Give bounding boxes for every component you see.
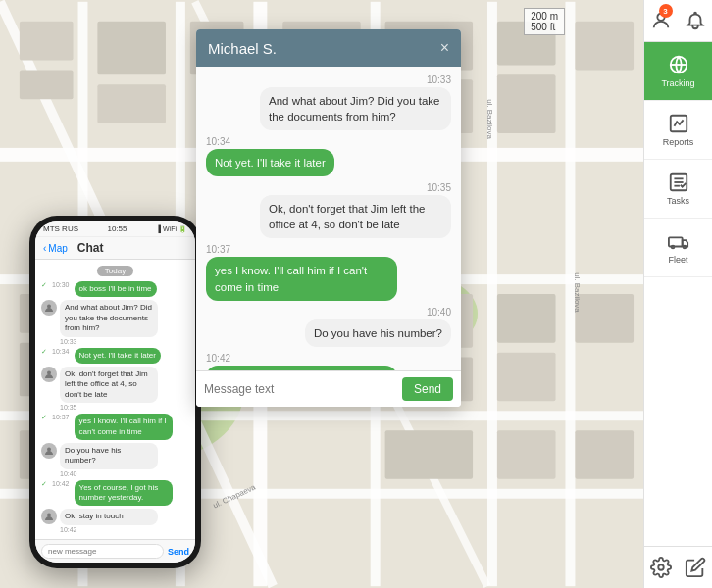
phone-message-bubble: Ok, don't forget that Jim left the offic…	[60, 367, 158, 403]
message-row: 10:34 Not yet. I'll take it later	[206, 136, 451, 176]
status-icons: ▐ WiFi 🔋	[156, 225, 187, 233]
svg-text:ul. Bazilova: ul. Bazilova	[485, 99, 494, 139]
svg-point-46	[47, 370, 51, 374]
svg-rect-18	[97, 84, 166, 123]
sidebar-item-tracking[interactable]: Tracking	[644, 42, 712, 101]
ph-time: 10:42	[60, 526, 189, 533]
sidebar-nav: Tracking Reports Tasks	[644, 42, 712, 546]
phone-container: MTS RUS 10:55 ▐ WiFi 🔋 ‹ Map Chat	[29, 216, 201, 568]
message-row: 10:37 yes I know. I'll call him if I can…	[206, 244, 451, 300]
phone-message-bubble: Not yet. I'll take it later	[75, 348, 161, 364]
phone-send-button[interactable]: Send	[168, 547, 189, 557]
ph-time: 10:30	[52, 281, 70, 288]
map-scale: 200 m 500 ft	[524, 8, 565, 35]
phone-status-bar: MTS RUS 10:55 ▐ WiFi 🔋	[35, 221, 195, 237]
message-bubble: And what about Jim? Did you take the doc…	[260, 87, 451, 130]
phone-messages: Today ✓ 10:30 ok boss I'll be in time A	[35, 260, 195, 539]
ph-time: 10:42	[52, 480, 70, 487]
sidebar-item-label: Tasks	[667, 196, 689, 206]
check-icon: ✓	[41, 348, 47, 356]
check-icon: ✓	[41, 480, 47, 488]
globe-icon	[668, 54, 689, 75]
phone-message-input[interactable]	[41, 544, 164, 559]
phone-message-bubble: Yes of course, I got his number yesterda…	[75, 480, 173, 507]
message-time: 10:35	[206, 182, 451, 193]
svg-point-47	[47, 447, 51, 451]
phone-screen: MTS RUS 10:55 ▐ WiFi 🔋 ‹ Map Chat	[35, 221, 195, 563]
ph-msg-content: Do you have his number? 10:40	[60, 443, 189, 477]
chat-input[interactable]	[204, 382, 402, 396]
chat-send-button[interactable]: Send	[402, 377, 453, 401]
bubble-wrap: yes I know. I'll call him if I can't com…	[206, 257, 451, 300]
back-chevron-icon: ‹	[43, 243, 46, 254]
avatar	[41, 509, 57, 524]
ph-msg-content: Ok, don't forget that Jim left the offic…	[60, 367, 189, 411]
phone-message-row: Ok, stay in touch 10:42	[41, 509, 189, 532]
check-icon: ✓	[41, 281, 47, 289]
svg-rect-25	[497, 74, 556, 133]
avatar	[41, 443, 57, 459]
phone-message-bubble: yes I know. I'll call him if I can't com…	[75, 414, 173, 440]
signal-icon: ▐	[156, 225, 161, 232]
message-bubble: Not yet. I'll take it later	[206, 149, 334, 176]
phone-message-row: And what about Jim? Did you take the doc…	[41, 300, 189, 344]
svg-rect-57	[668, 237, 682, 246]
message-bubble: Do you have his number?	[305, 319, 451, 347]
tasks-icon	[668, 172, 689, 193]
message-time: 10:33	[206, 74, 451, 85]
message-bubble: Ok, don't forget that Jim left the offic…	[260, 195, 451, 238]
message-time: 10:42	[206, 353, 451, 364]
message-time: 10:37	[206, 244, 451, 255]
message-time: 10:34	[206, 136, 451, 147]
sidebar-item-tasks[interactable]: Tasks	[644, 160, 712, 219]
message-row: 10:33 And what about Jim? Did you take t…	[206, 74, 451, 130]
ph-time: 10:34	[52, 348, 70, 355]
chat-messages: 10:33 And what about Jim? Did you take t…	[196, 67, 461, 370]
status-time: 10:55	[108, 224, 127, 233]
phone-input-bar: Send	[35, 539, 195, 563]
sidebar-top: 3	[644, 0, 712, 42]
svg-rect-16	[20, 70, 74, 99]
svg-rect-15	[20, 22, 74, 61]
close-icon[interactable]: ×	[440, 39, 449, 57]
battery-icon: 🔋	[178, 225, 187, 233]
phone-message-row: Do you have his number? 10:40	[41, 443, 189, 477]
sidebar-item-label: Fleet	[668, 255, 687, 265]
date-badge: Today	[97, 266, 133, 276]
sidebar-item-fleet[interactable]: Fleet	[644, 219, 712, 277]
bell-icon	[685, 10, 706, 31]
chat-popup-title: Michael S.	[208, 40, 277, 57]
back-label: Map	[48, 243, 67, 254]
svg-rect-34	[575, 294, 634, 343]
phone-message-row: ✓ 10:37 yes I know. I'll call him if I c…	[41, 414, 189, 440]
sidebar-item-reports[interactable]: Reports	[644, 101, 712, 160]
settings-button[interactable]	[644, 547, 679, 588]
phone-message-bubble: ok boss I'll be in time	[75, 281, 157, 297]
bubble-wrap: And what about Jim? Did you take the doc…	[206, 87, 451, 130]
profile-button[interactable]: 3	[644, 0, 679, 41]
ph-msg-content: And what about Jim? Did you take the doc…	[60, 300, 189, 344]
check-icon: ✓	[41, 414, 47, 421]
svg-rect-11	[487, 2, 497, 586]
ph-msg-content: Ok, stay in touch 10:42	[60, 509, 189, 532]
phone-message-row: ✓ 10:34 Not yet. I'll take it later	[41, 348, 189, 364]
svg-rect-33	[497, 353, 556, 402]
svg-point-45	[47, 305, 51, 309]
phone-message-row: Ok, don't forget that Jim left the offic…	[41, 367, 189, 411]
back-button[interactable]: ‹ Map	[43, 243, 68, 254]
phone-message-row: ✓ 10:42 Yes of course, I got his number …	[41, 480, 189, 507]
notifications-button[interactable]	[679, 0, 713, 41]
bubble-wrap: Not yet. I'll take it later	[206, 149, 451, 176]
svg-text:ul. Bazilova: ul. Bazilova	[573, 272, 582, 313]
chat-popup-header: Michael S. ×	[196, 29, 461, 67]
edit-button[interactable]	[679, 547, 713, 588]
ph-time: 10:35	[60, 404, 189, 411]
svg-point-60	[659, 564, 665, 570]
settings-icon	[650, 557, 672, 578]
edit-icon	[685, 557, 706, 578]
message-row: 10:35 Ok, don't forget that Jim left the…	[206, 182, 451, 238]
svg-rect-26	[575, 22, 634, 71]
notification-badge: 3	[659, 4, 673, 18]
svg-point-48	[47, 514, 51, 517]
bubble-wrap: Do you have his number?	[206, 319, 451, 347]
